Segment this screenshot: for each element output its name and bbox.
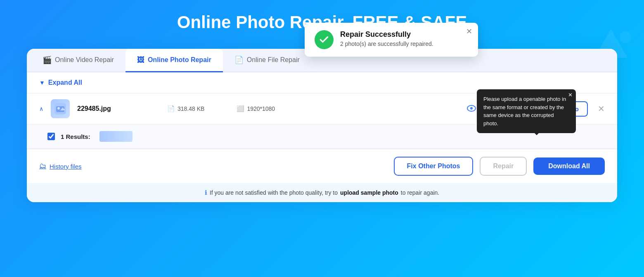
svg-point-4	[57, 107, 60, 110]
footer-bar: 🗂 History files Fix Other Photos Repair …	[27, 149, 617, 183]
file-tab-icon: 📄	[234, 55, 244, 64]
file-dimensions-meta: ⬜ 1920*1080	[237, 105, 275, 112]
file-thumbnail	[51, 99, 70, 118]
repair-button: Repair	[480, 157, 527, 176]
card-body: ▼ Expand All ∧ 229485.jpg 📄 318.48 KB ⬜	[27, 72, 617, 202]
tab-file[interactable]: 📄 Online File Repair	[223, 49, 311, 72]
expand-all-button[interactable]: Expand All	[48, 79, 82, 86]
chevron-down-icon: ▼	[39, 79, 45, 86]
results-checkbox[interactable]	[47, 133, 55, 140]
file-size-icon: 📄	[167, 105, 175, 112]
video-tab-icon: 🎬	[43, 55, 52, 64]
history-icon: 🗂	[39, 162, 46, 170]
info-text-start: If you are not satisfied with the photo …	[210, 189, 338, 196]
tab-file-label: Online File Repair	[247, 56, 300, 64]
main-card: 🎬 Online Video Repair 🖼 Online Photo Rep…	[27, 49, 617, 202]
preview-button[interactable]	[467, 104, 476, 114]
file-size-meta: 📄 318.48 KB	[167, 105, 204, 112]
fix-other-photos-button[interactable]: Fix Other Photos	[394, 157, 474, 176]
info-bar: ℹ If you are not satisfied with the phot…	[27, 183, 617, 202]
tab-video[interactable]: 🎬 Online Video Repair	[31, 49, 125, 72]
file-row-toggle[interactable]: ∧	[39, 105, 43, 112]
results-count-label: 1 Results:	[61, 133, 90, 140]
svg-point-7	[470, 107, 473, 110]
results-preview-bar	[99, 131, 133, 142]
success-text: Repair Successfully 2 photo(s) are succe…	[340, 30, 433, 47]
history-files-link[interactable]: 🗂 History files	[39, 162, 82, 170]
info-bold-text: upload sample photo	[340, 189, 398, 196]
success-notification: Repair Successfully 2 photo(s) are succe…	[305, 23, 478, 57]
file-row: ∧ 229485.jpg 📄 318.48 KB ⬜ 1920*1080	[27, 93, 617, 124]
file-actions: (1) Upload Sample Photo ✕ ✕ Please uploa…	[467, 101, 605, 117]
download-all-button[interactable]: Download All	[533, 158, 605, 175]
notification-close-button[interactable]: ✕	[466, 28, 472, 35]
info-text-end: to repair again.	[401, 189, 439, 196]
success-icon	[315, 30, 334, 49]
file-dimensions: 1920*1080	[247, 105, 275, 112]
history-files-label: History files	[50, 163, 82, 170]
dimensions-icon: ⬜	[237, 105, 244, 112]
file-size: 318.48 KB	[178, 105, 204, 112]
remove-file-button[interactable]: ✕	[598, 104, 605, 114]
notification-title: Repair Successfully	[340, 30, 433, 39]
file-name: 229485.jpg	[77, 105, 143, 112]
tab-photo-label: Online Photo Repair	[148, 56, 211, 64]
info-icon: ℹ	[205, 189, 207, 196]
tooltip-close-button[interactable]: ✕	[568, 92, 573, 98]
tooltip-text: Please upload a openable photo in the sa…	[483, 96, 566, 127]
notification-message: 2 photo(s) are successfully repaired.	[340, 41, 433, 47]
tab-video-label: Online Video Repair	[55, 56, 114, 64]
photo-tab-icon: 🖼	[137, 56, 144, 64]
upload-sample-tooltip: ✕ Please upload a openable photo in the …	[477, 89, 576, 133]
tab-photo[interactable]: 🖼 Online Photo Repair	[125, 49, 223, 72]
